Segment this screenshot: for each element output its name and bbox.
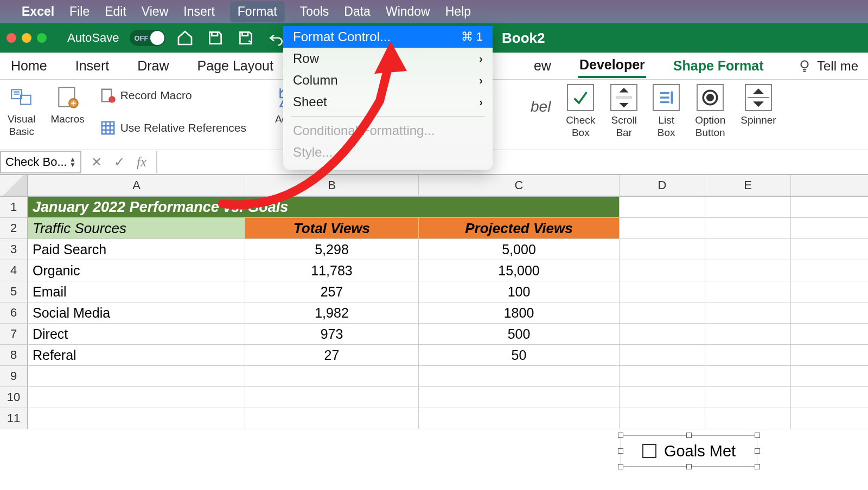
menu-item-column[interactable]: Column ›: [283, 69, 493, 91]
tab-review-partial[interactable]: ew: [533, 55, 552, 77]
cell-E3[interactable]: [705, 239, 791, 260]
row-header-9[interactable]: 9: [0, 366, 28, 386]
row-header-4[interactable]: 4: [0, 260, 28, 281]
fx-icon[interactable]: fx: [137, 154, 146, 170]
tab-pagelayout[interactable]: Page Layout: [196, 55, 275, 77]
cancel-icon[interactable]: ✕: [91, 154, 102, 170]
cell-E7[interactable]: [705, 324, 791, 344]
cell-A4[interactable]: Organic: [28, 260, 245, 281]
resize-handle[interactable]: [755, 448, 760, 454]
cell-D6[interactable]: [620, 302, 705, 323]
cell-D8[interactable]: [620, 345, 705, 365]
record-macro-button[interactable]: Record Macro: [100, 87, 246, 104]
row-header-2[interactable]: 2: [0, 218, 28, 238]
menu-file[interactable]: File: [69, 4, 90, 19]
col-header-A[interactable]: A: [28, 175, 245, 196]
cell-B4[interactable]: 11,783: [245, 260, 419, 281]
tab-draw[interactable]: Draw: [136, 55, 170, 77]
menu-item-format-control[interactable]: Format Control... ⌘ 1: [283, 26, 493, 48]
cell-D4[interactable]: [620, 260, 705, 281]
spinner-control-button[interactable]: Spinner: [741, 84, 776, 127]
row-header-5[interactable]: 5: [0, 281, 28, 302]
cell-B6[interactable]: 1,982: [245, 302, 419, 323]
row-header-10[interactable]: 10: [0, 387, 28, 408]
cell-B5[interactable]: 257: [245, 281, 419, 302]
cell-A3[interactable]: Paid Search: [28, 239, 245, 260]
cell-A7[interactable]: Direct: [28, 324, 245, 344]
optionbutton-control-button[interactable]: Option Button: [695, 84, 725, 139]
row-header-8[interactable]: 8: [0, 345, 28, 365]
listbox-control-button[interactable]: List Box: [653, 84, 680, 139]
macros-button[interactable]: Macros: [50, 84, 84, 126]
resize-handle[interactable]: [618, 433, 623, 438]
menu-data[interactable]: Data: [344, 4, 371, 19]
cell-E4[interactable]: [705, 260, 791, 281]
cell-B3[interactable]: 5,298: [245, 239, 419, 260]
menu-edit[interactable]: Edit: [105, 4, 126, 19]
undo-icon[interactable]: [267, 29, 285, 47]
cell-E8[interactable]: [705, 345, 791, 365]
menu-item-row[interactable]: Row ›: [283, 48, 493, 69]
menu-format[interactable]: Format: [230, 1, 285, 22]
menu-view[interactable]: View: [142, 4, 168, 19]
select-all-corner[interactable]: [0, 175, 28, 196]
cell-D5[interactable]: [620, 281, 705, 302]
resize-handle[interactable]: [686, 464, 692, 469]
row-header-7[interactable]: 7: [0, 324, 28, 344]
menu-help[interactable]: Help: [445, 4, 471, 19]
autosave-toggle[interactable]: OFF: [130, 30, 165, 46]
menu-tools[interactable]: Tools: [300, 4, 329, 19]
namebox-spinner-icon[interactable]: ▲▼: [69, 157, 76, 167]
cell-D2[interactable]: [620, 218, 705, 238]
cell-C3[interactable]: 5,000: [419, 239, 620, 260]
cell-D1[interactable]: [620, 197, 705, 217]
scrollbar-control-button[interactable]: Scroll Bar: [610, 84, 637, 139]
cell-C2[interactable]: Projected Views: [419, 218, 620, 238]
cell-B7[interactable]: 973: [245, 324, 419, 344]
col-header-E[interactable]: E: [705, 175, 791, 196]
col-header-C[interactable]: C: [419, 175, 620, 196]
resize-handle[interactable]: [755, 433, 760, 438]
cell-D3[interactable]: [620, 239, 705, 260]
row-header-11[interactable]: 11: [0, 408, 28, 429]
resize-handle[interactable]: [755, 464, 760, 469]
cell-E2[interactable]: [705, 218, 791, 238]
formula-input[interactable]: [156, 151, 868, 173]
cell-C7[interactable]: 500: [419, 324, 620, 344]
col-header-B[interactable]: B: [245, 175, 419, 196]
cell-A6[interactable]: Social Media: [28, 302, 245, 323]
cell-C6[interactable]: 1800: [419, 302, 620, 323]
menu-item-sheet[interactable]: Sheet ›: [283, 91, 493, 113]
cell-E5[interactable]: [705, 281, 791, 302]
save-icon[interactable]: [207, 29, 224, 47]
cell-A1-title[interactable]: January 2022 Performance vs. Goals: [28, 197, 620, 217]
tab-insert[interactable]: Insert: [74, 55, 111, 77]
cell-B8[interactable]: 27: [245, 345, 419, 365]
cell-A8[interactable]: Referal: [28, 345, 245, 365]
saveas-icon[interactable]: [237, 29, 254, 47]
name-box[interactable]: Check Bo... ▲▼: [0, 151, 81, 173]
cell-A2[interactable]: Traffic Sources: [28, 218, 245, 238]
tab-home[interactable]: Home: [10, 55, 48, 77]
close-button[interactable]: [7, 33, 16, 43]
resize-handle[interactable]: [686, 433, 692, 438]
cell-C5[interactable]: 100: [419, 281, 620, 302]
row-header-6[interactable]: 6: [0, 302, 28, 323]
checkbox-control-button[interactable]: Check Box: [566, 84, 595, 139]
app-name[interactable]: Excel: [22, 4, 54, 19]
cell-E1[interactable]: [705, 197, 791, 217]
visual-basic-button[interactable]: Visual Basic: [8, 84, 35, 138]
cell-B2[interactable]: Total Views: [245, 218, 419, 238]
enter-icon[interactable]: ✓: [114, 154, 125, 170]
cell-C8[interactable]: 50: [419, 345, 620, 365]
cell-E6[interactable]: [705, 302, 791, 323]
tab-shapeformat[interactable]: Shape Format: [672, 55, 765, 77]
menu-window[interactable]: Window: [386, 4, 430, 19]
form-checkbox-goals-met[interactable]: Goals Met: [621, 435, 757, 467]
cell-A5[interactable]: Email: [28, 281, 245, 302]
resize-handle[interactable]: [618, 448, 623, 454]
zoom-button[interactable]: [37, 33, 47, 43]
tab-developer[interactable]: Developer: [578, 54, 646, 78]
use-relative-button[interactable]: Use Relative References: [100, 120, 246, 136]
minimize-button[interactable]: [22, 33, 31, 43]
